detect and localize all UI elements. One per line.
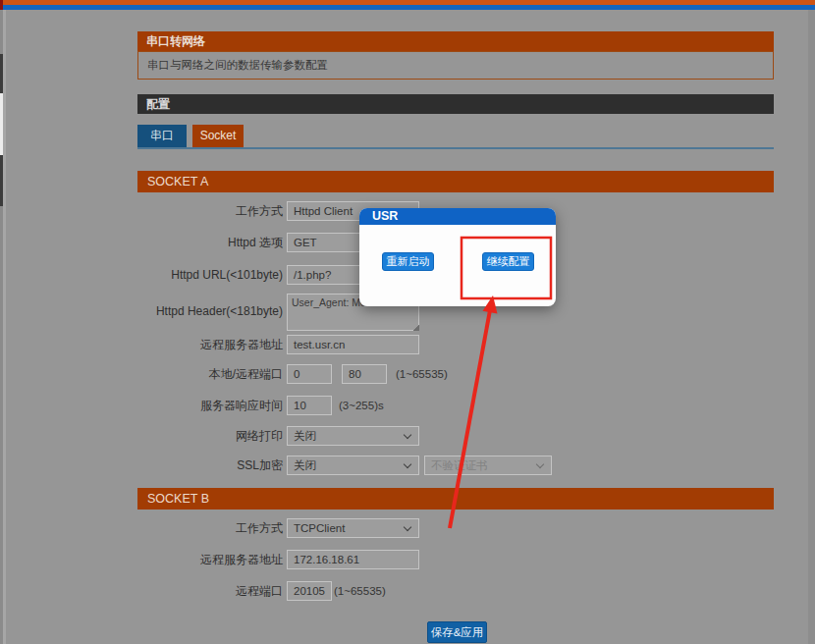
chevron-down-icon	[404, 523, 411, 531]
right-window-edge	[808, 10, 815, 644]
screen: 串口转网络 串口与网络之间的数据传输参数配置 配置 串口 Socket SOCK…	[0, 0, 815, 644]
modal-title: USR	[359, 208, 556, 225]
remote-server-input-b[interactable]: 172.16.18.61	[287, 550, 419, 569]
work-mode-value-b: TCPClient	[294, 522, 345, 534]
field-label-network-print: 网络打印	[137, 426, 283, 446]
port-range-hint-a: (1~65535)	[396, 364, 448, 384]
left-window-edge-2	[3, 10, 6, 644]
config-section-header: 配置	[137, 94, 774, 114]
continue-config-button[interactable]: 继续配置	[482, 252, 534, 271]
modal-dialog: USR 重新启动 继续配置	[359, 208, 556, 306]
port-range-hint-b: (1~65535)	[334, 581, 386, 601]
remote-port-input-b[interactable]: 20105	[287, 581, 332, 601]
network-print-value: 关闭	[294, 430, 316, 442]
ssl-cert-value: 不验证证书	[431, 459, 488, 471]
field-label-httpd-header: Httpd Header(<181byte)	[137, 301, 283, 321]
socket-b-section-header: SOCKET B	[137, 488, 774, 510]
httpd-option-value: GET	[294, 237, 317, 248]
field-label-httpd-option: Httpd 选项	[137, 233, 283, 252]
chevron-down-icon	[404, 460, 411, 468]
page-title: 串口转网络	[137, 31, 774, 51]
remote-server-input-a[interactable]: test.usr.cn	[287, 335, 419, 354]
field-label-ssl: SSL加密	[137, 456, 283, 475]
field-label-ports: 本地/远程端口	[137, 364, 283, 384]
save-apply-button[interactable]: 保存&应用	[427, 621, 487, 643]
local-port-input[interactable]: 0	[287, 364, 332, 384]
response-time-hint: (3~255)s	[339, 396, 384, 415]
ssl-cert-select[interactable]: 不验证证书	[424, 456, 552, 475]
window-corner-sliver	[0, 0, 3, 10]
main-content: 串口转网络 串口与网络之间的数据传输参数配置 配置 串口 Socket SOCK…	[137, 0, 774, 644]
work-mode-select-b[interactable]: TCPClient	[287, 518, 419, 538]
field-label-remote-server-a: 远程服务器地址	[137, 335, 283, 354]
field-label-work-mode-b: 工作方式	[137, 518, 283, 538]
ssl-select[interactable]: 关闭	[287, 456, 419, 475]
chevron-down-icon	[404, 431, 411, 439]
field-label-response-time: 服务器响应时间	[137, 396, 283, 415]
tab-socket[interactable]: Socket	[192, 125, 244, 147]
tab-serial[interactable]: 串口	[137, 125, 187, 147]
field-label-httpd-url: Httpd URL(<101byte)	[137, 265, 283, 285]
restart-button[interactable]: 重新启动	[382, 252, 434, 271]
chevron-down-icon	[536, 460, 544, 468]
field-label-remote-server-b: 远程服务器地址	[137, 550, 283, 569]
page-description: 串口与网络之间的数据传输参数配置	[137, 51, 774, 80]
tab-underline	[137, 147, 774, 149]
field-label-remote-port-b: 远程端口	[137, 581, 283, 601]
remote-port-input-a[interactable]: 80	[342, 364, 387, 384]
response-time-input[interactable]: 10	[287, 396, 332, 415]
socket-a-section-header: SOCKET A	[137, 171, 774, 192]
textarea-resize-grip[interactable]	[412, 324, 419, 331]
ssl-value: 关闭	[294, 459, 316, 471]
field-label-work-mode-a: 工作方式	[137, 201, 283, 221]
network-print-select[interactable]: 关闭	[287, 426, 419, 446]
work-mode-value-a: Httpd Client	[294, 205, 353, 217]
